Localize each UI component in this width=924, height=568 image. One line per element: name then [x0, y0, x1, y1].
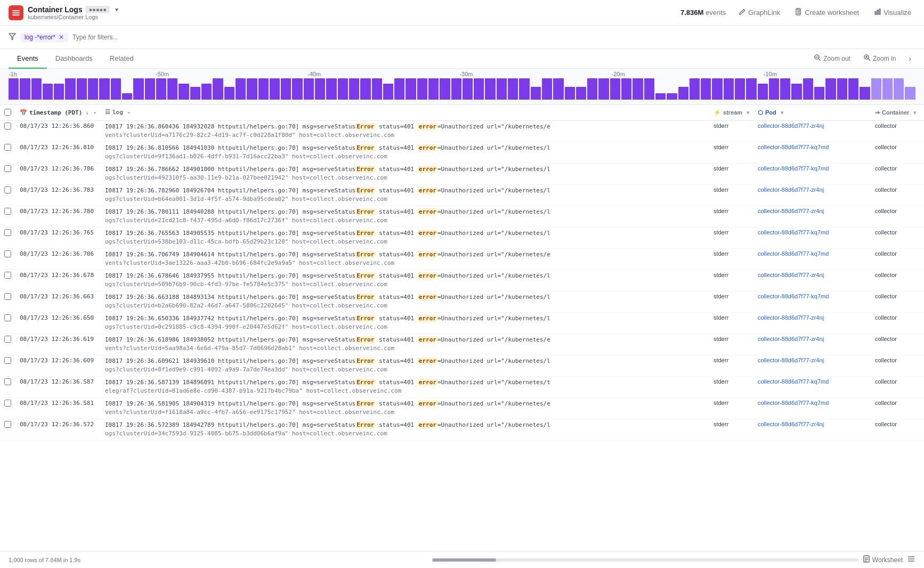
- timeline-bar[interactable]: [258, 78, 269, 100]
- timeline-bar[interactable]: [201, 84, 212, 100]
- row-checkbox[interactable]: [4, 229, 11, 236]
- timeline-scroll-right[interactable]: ›: [904, 52, 915, 65]
- table-row[interactable]: 08/17/23 12:26:36.765I0817 19:26:36.7655…: [0, 227, 924, 248]
- container-chevron-icon[interactable]: ▾: [913, 110, 916, 116]
- scroll-thumb[interactable]: [432, 558, 496, 562]
- timeline-bar[interactable]: [565, 87, 575, 100]
- pod-link[interactable]: collector-88d6d7f77-zr4nj: [758, 336, 824, 342]
- pod-link[interactable]: collector-88d6d7f77-zr4nj: [758, 208, 824, 214]
- timeline-bar[interactable]: [304, 78, 314, 100]
- timeline-bar[interactable]: [735, 78, 745, 100]
- pod-chevron-icon[interactable]: ▾: [781, 110, 783, 116]
- table-row[interactable]: 08/17/23 12:26:36.783I0817 19:26:36.7829…: [0, 184, 924, 206]
- timeline-bar[interactable]: [463, 78, 473, 100]
- pod-link[interactable]: collector-88d6d7f77-kq7md: [758, 229, 829, 236]
- tab-related[interactable]: Related: [101, 49, 142, 69]
- table-row[interactable]: 08/17/23 12:26:36.678I0817 19:26:36.6786…: [0, 270, 924, 291]
- timeline-bar[interactable]: [621, 78, 631, 100]
- timeline-bar[interactable]: [292, 78, 302, 100]
- th-container[interactable]: ⇒ Container ▾: [871, 105, 924, 120]
- table-row[interactable]: 08/17/23 12:26:36.650I0817 19:26:36.6503…: [0, 312, 924, 334]
- timeline-bar[interactable]: [133, 78, 143, 100]
- timeline-bar[interactable]: [167, 78, 177, 100]
- timeline-bar[interactable]: [803, 78, 813, 100]
- timeline-bar[interactable]: [270, 78, 280, 100]
- th-log[interactable]: ☰ log ▾: [101, 105, 709, 120]
- row-checkbox[interactable]: [4, 165, 11, 172]
- timeline-bar[interactable]: [882, 78, 893, 100]
- pod-link[interactable]: collector-88d6d7f77-kq7md: [758, 144, 829, 150]
- row-checkbox[interactable]: [4, 272, 11, 279]
- timeline-bar[interactable]: [372, 78, 382, 100]
- tab-events[interactable]: Events: [9, 49, 47, 69]
- table-row[interactable]: 08/17/23 12:26:36.572I0817 19:26:36.5723…: [0, 419, 924, 440]
- filter-tag[interactable]: log -*error* ✕: [20, 33, 68, 42]
- scroll-track[interactable]: [432, 558, 858, 562]
- table-row[interactable]: 08/17/23 12:26:36.810I0817 19:26:36.8105…: [0, 142, 924, 163]
- timeline-bar[interactable]: [485, 78, 495, 100]
- timeline-bar[interactable]: [428, 78, 439, 100]
- timeline-bar[interactable]: [281, 78, 291, 100]
- timeline-bar[interactable]: [111, 78, 121, 100]
- pod-link[interactable]: collector-88d6d7f77-kq7md: [758, 250, 829, 257]
- filter-tag-close-icon[interactable]: ✕: [59, 34, 64, 41]
- th-stream[interactable]: ⚡ stream ▾: [709, 105, 753, 120]
- timeline-bar[interactable]: [349, 78, 359, 100]
- table-row[interactable]: 08/17/23 12:26:36.706I0817 19:26:36.7067…: [0, 248, 924, 270]
- title-dropdown-icon[interactable]: ▾: [115, 6, 118, 13]
- timeline-bar[interactable]: [531, 87, 541, 100]
- timeline-bar[interactable]: [326, 78, 336, 100]
- timeline-bar[interactable]: [497, 78, 507, 100]
- timeline-bar[interactable]: [65, 78, 75, 100]
- timeline-bar[interactable]: [598, 78, 609, 100]
- table-row[interactable]: 08/17/23 12:26:36.780I0817 19:26:36.7801…: [0, 206, 924, 227]
- timeline-bar[interactable]: [9, 78, 19, 100]
- timeline-bar[interactable]: [122, 93, 132, 100]
- timeline-bar[interactable]: [837, 78, 847, 100]
- timeline-bar[interactable]: [31, 78, 42, 100]
- select-all-checkbox[interactable]: [4, 109, 11, 116]
- timeline-bar[interactable]: [667, 93, 677, 100]
- timeline-bar[interactable]: [338, 78, 348, 100]
- timeline-bar[interactable]: [156, 78, 166, 100]
- timeline-bars[interactable]: [0, 78, 924, 100]
- table-row[interactable]: 08/17/23 12:26:36.581I0817 19:26:36.5819…: [0, 397, 924, 419]
- pod-link[interactable]: collector-88d6d7f77-zr4nj: [758, 314, 824, 321]
- timeline-bar[interactable]: [360, 78, 370, 100]
- timeline-bar[interactable]: [724, 78, 734, 100]
- filter-input[interactable]: [72, 34, 915, 41]
- timeline-bar[interactable]: [542, 78, 552, 100]
- timeline-bar[interactable]: [791, 84, 801, 100]
- timeline-bar[interactable]: [406, 78, 416, 100]
- row-checkbox[interactable]: [4, 421, 11, 428]
- timeline-bar[interactable]: [99, 78, 109, 100]
- timeline-bar[interactable]: [690, 78, 700, 100]
- row-checkbox[interactable]: [4, 250, 11, 257]
- timeline-bar[interactable]: [848, 78, 858, 100]
- timeline-bar[interactable]: [145, 78, 155, 100]
- pod-link[interactable]: collector-88d6d7f77-kq7md: [758, 400, 829, 406]
- timeline-bar[interactable]: [587, 78, 597, 100]
- timeline-bar[interactable]: [315, 78, 325, 100]
- timeline-bar[interactable]: [780, 78, 790, 100]
- pod-link[interactable]: collector-88d6d7f77-zr4nj: [758, 272, 824, 278]
- row-checkbox[interactable]: [4, 314, 11, 321]
- timeline-bar[interactable]: [77, 78, 87, 100]
- timeline-bar[interactable]: [644, 78, 654, 100]
- table-container[interactable]: 📅 timestamp (PDT) ↓ ▾ ☰ log ▾ ⚡: [0, 105, 924, 548]
- timeline-bar[interactable]: [894, 78, 904, 100]
- timeline-bar[interactable]: [394, 78, 404, 100]
- table-row[interactable]: 08/17/23 12:26:36.587I0817 19:26:36.5871…: [0, 376, 924, 397]
- pod-link[interactable]: collector-88d6d7f77-kq7md: [758, 165, 829, 172]
- th-pod[interactable]: ⬡ Pod ▾: [753, 105, 871, 120]
- timeline-bar[interactable]: [383, 84, 393, 100]
- th-timestamp[interactable]: 📅 timestamp (PDT) ↓ ▾: [15, 105, 101, 120]
- timeline-bar[interactable]: [20, 78, 30, 100]
- row-checkbox[interactable]: [4, 186, 11, 193]
- timeline-bar[interactable]: [678, 87, 688, 100]
- timeline-bar[interactable]: [758, 84, 768, 100]
- zoom-in-button[interactable]: Zoom in: [859, 52, 900, 65]
- create-worksheet-button[interactable]: Create worksheet: [791, 6, 863, 19]
- timeline-bar[interactable]: [224, 87, 234, 100]
- pod-link[interactable]: collector-88d6d7f77-kq7md: [758, 293, 829, 299]
